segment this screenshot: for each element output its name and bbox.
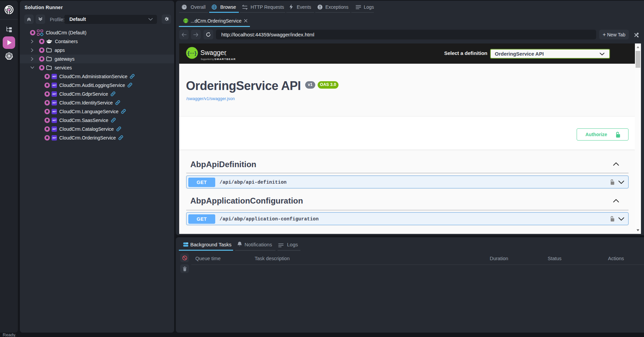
svg-text:{···}: {···}: [184, 20, 188, 22]
svg-text:{···}: {···}: [188, 50, 197, 56]
